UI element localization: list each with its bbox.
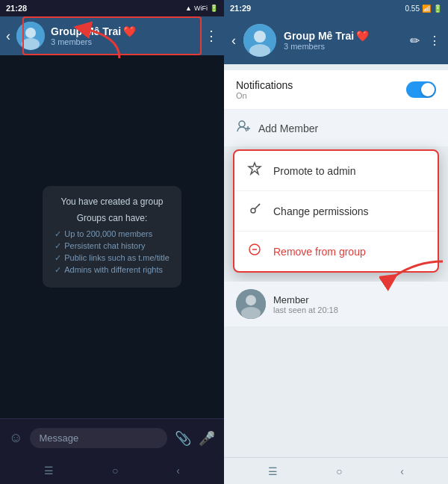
right-status-icons: 0.55 📶 🔋 <box>405 4 442 13</box>
left-avatar <box>16 22 45 50</box>
left-group-name: Group Mê Trai ❤️ <box>51 25 199 37</box>
notifications-sub: On <box>236 91 293 100</box>
right-nav-menu[interactable]: ☰ <box>268 465 278 477</box>
add-member-label: Add Member <box>258 122 318 134</box>
right-members-count: 3 members <box>284 42 402 51</box>
right-panel: 21:29 0.55 📶 🔋 ‹ Group Mê Trai ❤️ 3 memb… <box>224 0 448 484</box>
promote-admin-item[interactable]: Promote to admin <box>234 151 438 191</box>
member-name: Member <box>273 294 436 305</box>
notifications-toggle[interactable] <box>406 81 436 98</box>
right-signal-text: 0.55 <box>405 4 420 13</box>
left-signal-icon: ▲ <box>185 4 192 12</box>
member-avatar <box>236 289 266 319</box>
info-card: You have created a group Groups can have… <box>43 186 181 288</box>
member-row: Member last seen at 20:18 <box>224 282 448 326</box>
left-nav-bar: ☰ ○ ‹ <box>0 457 224 484</box>
info-item-2: ✓ Persistent chat history <box>55 241 169 251</box>
right-header-actions: ✏ ⋮ <box>410 34 441 48</box>
right-wifi-icon: 📶 <box>422 4 431 13</box>
svg-point-15 <box>246 295 256 305</box>
right-menu-button[interactable]: ⋮ <box>429 34 441 48</box>
remove-group-label: Remove from group <box>273 246 366 258</box>
remove-group-icon <box>246 242 263 261</box>
right-avatar <box>243 24 276 57</box>
change-permissions-icon <box>246 202 263 220</box>
emoji-button[interactable]: ☺ <box>9 430 22 446</box>
left-members-count: 3 members <box>51 37 199 46</box>
change-permissions-item[interactable]: Change permissions <box>234 191 438 232</box>
message-input[interactable]: Message <box>30 428 167 448</box>
remove-group-item[interactable]: Remove from group <box>234 232 438 271</box>
notifications-section: Notifications On <box>224 70 448 109</box>
info-item-3: ✓ Public links such as t.me/title <box>55 253 169 263</box>
left-wifi-icon: WiFi <box>194 4 208 12</box>
notifications-label: Notifications <box>236 79 293 91</box>
right-nav-home[interactable]: ○ <box>336 465 342 477</box>
left-status-bar: 21:28 ▲ WiFi 🔋 <box>0 0 224 16</box>
svg-point-16 <box>241 307 261 319</box>
right-nav-back[interactable]: ‹ <box>400 465 404 477</box>
left-header: ‹ Group Mê Trai ❤️ 3 members ⋮ <box>0 16 224 55</box>
info-card-subtitle: Groups can have: <box>55 213 169 223</box>
left-message-bar: ☺ Message 📎 🎤 <box>0 418 224 457</box>
right-time: 21:29 <box>230 4 251 13</box>
attach-button[interactable]: 📎 <box>175 430 191 447</box>
promote-admin-label: Promote to admin <box>273 165 356 177</box>
check-icon-3: ✓ <box>55 253 61 263</box>
left-time: 21:28 <box>6 4 27 13</box>
left-menu-button[interactable]: ⋮ <box>205 28 218 44</box>
right-heart-icon: ❤️ <box>356 30 369 42</box>
check-icon-2: ✓ <box>55 241 61 251</box>
left-nav-home[interactable]: ○ <box>112 465 118 477</box>
info-item-1: ✓ Up to 200,000 members <box>55 229 169 239</box>
right-status-bar: 21:29 0.55 📶 🔋 <box>224 0 448 16</box>
change-permissions-label: Change permissions <box>273 205 369 217</box>
svg-point-2 <box>22 38 40 50</box>
left-header-info: Group Mê Trai ❤️ 3 members <box>51 25 199 46</box>
left-battery-icon: 🔋 <box>210 4 218 12</box>
right-nav-bar: ☰ ○ ‹ <box>224 457 448 484</box>
heart-icon: ❤️ <box>123 25 136 37</box>
svg-line-11 <box>258 204 260 205</box>
edit-button[interactable]: ✏ <box>410 34 420 48</box>
context-menu: Promote to admin Change permissions Remo… <box>233 149 439 273</box>
info-item-4: ✓ Admins with different rights <box>55 265 169 275</box>
toggle-knob <box>421 83 435 96</box>
right-battery-icon: 🔋 <box>433 4 442 13</box>
mic-button[interactable]: 🎤 <box>199 430 215 447</box>
left-chat-area: You have created a group Groups can have… <box>0 55 224 418</box>
svg-point-6 <box>239 121 245 127</box>
left-nav-back[interactable]: ‹ <box>176 465 180 477</box>
notifications-label-group: Notifications On <box>236 79 293 100</box>
left-panel: 21:28 ▲ WiFi 🔋 ‹ Group Mê Trai ❤️ 3 memb… <box>0 0 224 484</box>
add-member-icon <box>236 119 251 137</box>
check-icon-4: ✓ <box>55 265 61 275</box>
add-member-row[interactable]: Add Member <box>224 110 448 146</box>
svg-point-4 <box>254 31 266 43</box>
promote-admin-icon <box>246 161 263 180</box>
svg-point-1 <box>25 28 36 38</box>
left-nav-menu[interactable]: ☰ <box>44 465 54 477</box>
right-header: ‹ Group Mê Trai ❤️ 3 members ✏ ⋮ <box>224 16 448 64</box>
check-icon-1: ✓ <box>55 229 61 239</box>
right-back-button[interactable]: ‹ <box>231 33 236 49</box>
member-info: Member last seen at 20:18 <box>273 294 436 314</box>
info-card-title: You have created a group <box>55 196 169 207</box>
left-status-icons: ▲ WiFi 🔋 <box>185 4 218 12</box>
right-group-name: Group Mê Trai ❤️ <box>284 30 402 42</box>
left-back-button[interactable]: ‹ <box>6 28 10 44</box>
right-header-info: Group Mê Trai ❤️ 3 members <box>284 30 402 51</box>
member-status: last seen at 20:18 <box>273 305 436 314</box>
